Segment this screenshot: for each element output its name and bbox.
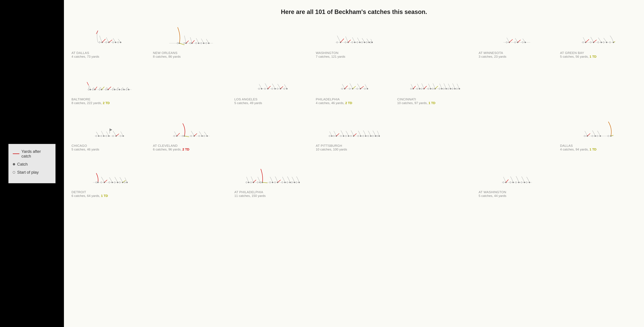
svg-point-111 xyxy=(349,88,350,89)
svg-point-78 xyxy=(119,89,120,90)
svg-point-135 xyxy=(448,88,449,89)
game-dallas: DALLAS 4 catches, 94 yards, 1 TD xyxy=(558,117,639,153)
svg-line-47 xyxy=(509,39,512,42)
svg-point-129 xyxy=(416,88,418,89)
svg-point-197 xyxy=(592,135,593,137)
at-washington-label: AT WASHINGTON 5 catches, 44 yards xyxy=(479,190,555,198)
svg-line-193 xyxy=(587,133,590,136)
legend-start: Start of play xyxy=(13,170,51,175)
svg-point-213 xyxy=(119,182,120,183)
svg-point-96 xyxy=(286,88,288,89)
svg-point-228 xyxy=(298,182,300,183)
svg-point-5 xyxy=(115,42,116,43)
game-at-minnesota: AT MINNESOTA 3 catches, 23 yards xyxy=(476,24,558,60)
svg-line-4 xyxy=(109,40,112,42)
svg-point-188 xyxy=(376,135,378,137)
svg-point-250 xyxy=(526,182,527,183)
svg-point-90 xyxy=(261,88,262,89)
at-dallas-label: AT DALLAS 4 catches, 73 yards xyxy=(72,51,148,58)
svg-point-87 xyxy=(121,89,122,90)
svg-point-26 xyxy=(200,42,202,44)
svg-point-27 xyxy=(206,42,207,44)
svg-point-225 xyxy=(284,182,286,183)
svg-line-145 xyxy=(116,134,119,136)
svg-point-97 xyxy=(258,88,260,89)
game-row-2: BALTIMORE 8 catches, 222 yards, 2 TD xyxy=(69,70,639,107)
svg-point-134 xyxy=(443,88,444,89)
svg-line-16 xyxy=(186,41,188,43)
svg-point-62 xyxy=(606,42,607,43)
game-washington: WASHINGTON 7 catches, 121 yards xyxy=(313,24,395,60)
svg-point-79 xyxy=(123,89,125,90)
svg-point-218 xyxy=(248,182,249,183)
svg-point-127 xyxy=(458,88,460,89)
at-green-bay-label: AT GREEN BAY 5 catches, 56 yards, 1 TD xyxy=(560,51,636,58)
svg-line-224 xyxy=(278,180,280,182)
svg-point-161 xyxy=(174,135,175,137)
svg-line-241 xyxy=(506,180,508,182)
svg-point-133 xyxy=(439,88,440,89)
game-detroit: DETROIT 6 catches, 64 yards, 1 TD xyxy=(69,163,150,199)
svg-point-205 xyxy=(117,182,118,183)
svg-line-30 xyxy=(340,39,344,42)
svg-point-41 xyxy=(357,42,358,43)
svg-point-42 xyxy=(361,42,363,43)
svg-line-18 xyxy=(192,40,194,43)
baltimore-label: BALTIMORE 8 catches, 222 yards, 2 TD xyxy=(72,97,148,105)
svg-point-36 xyxy=(368,42,370,43)
svg-point-22 xyxy=(177,42,178,44)
at-pittsburgh-label: AT PITTSBURGH 10 catches, 100 yards xyxy=(316,144,392,151)
game-at-green-bay: AT GREEN BAY 5 catches, 56 yards, 1 TD xyxy=(558,24,639,60)
svg-point-141 xyxy=(98,135,100,137)
game-at-pittsburgh: AT PITTSBURGH 10 catches, 100 yards xyxy=(313,117,395,153)
svg-point-209 xyxy=(96,182,97,183)
svg-line-104 xyxy=(345,86,348,89)
svg-point-70 xyxy=(90,89,91,90)
svg-line-2 xyxy=(102,39,106,42)
svg-point-120 xyxy=(430,88,431,89)
svg-point-33 xyxy=(354,42,356,43)
game-spacer-7 xyxy=(395,117,476,153)
svg-point-112 xyxy=(357,88,358,89)
svg-point-99 xyxy=(272,88,273,89)
svg-point-85 xyxy=(112,89,114,90)
svg-point-77 xyxy=(114,89,116,90)
philadelphia-label: PHILADELPHIA 4 catches, 46 yards, 2 TD xyxy=(316,97,392,105)
left-panel: Yards after catch Catch Start of play xyxy=(0,0,64,327)
svg-point-147 xyxy=(96,135,97,137)
game-at-dallas: AT DALLAS 4 catches, 73 yards xyxy=(69,24,150,60)
svg-point-232 xyxy=(260,182,262,183)
svg-line-69 xyxy=(87,82,89,85)
svg-point-174 xyxy=(360,135,361,137)
svg-point-150 xyxy=(112,135,114,137)
catch-label: Catch xyxy=(17,162,28,167)
svg-point-222 xyxy=(272,182,273,183)
game-at-philadelphia: AT PHILADELPHIA 11 catches, 150 yards xyxy=(232,163,313,199)
svg-point-146 xyxy=(122,135,124,137)
svg-line-72 xyxy=(95,87,97,90)
svg-point-113 xyxy=(364,88,366,89)
svg-point-149 xyxy=(106,135,107,137)
svg-point-50 xyxy=(524,42,526,43)
svg-line-95 xyxy=(280,86,283,89)
at-cleveland-label: AT CLEVELAND 6 catches, 96 yards, 2 TD xyxy=(153,144,229,151)
svg-point-63 xyxy=(582,42,584,43)
svg-point-64 xyxy=(590,42,591,43)
game-row-4: DETROIT 6 catches, 64 yards, 1 TD xyxy=(69,163,639,199)
svg-point-130 xyxy=(421,88,422,89)
game-philadelphia: PHILADELPHIA 4 catches, 46 yards, 2 TD xyxy=(313,70,395,107)
svg-point-211 xyxy=(109,182,110,183)
svg-point-242 xyxy=(512,182,514,183)
svg-point-8 xyxy=(106,42,107,43)
svg-point-61 xyxy=(600,42,602,43)
svg-point-93 xyxy=(274,88,276,89)
svg-point-98 xyxy=(264,88,266,89)
svg-point-6 xyxy=(120,42,121,43)
svg-point-43 xyxy=(366,42,368,43)
svg-point-67 xyxy=(609,42,611,43)
los-angeles-label: LOS ANGELES 5 catches, 49 yards xyxy=(234,97,311,105)
page-title: Here are all 101 of Beckham's catches th… xyxy=(69,8,639,15)
svg-line-32 xyxy=(348,40,350,42)
svg-line-108 xyxy=(360,86,364,89)
svg-point-198 xyxy=(597,135,598,137)
